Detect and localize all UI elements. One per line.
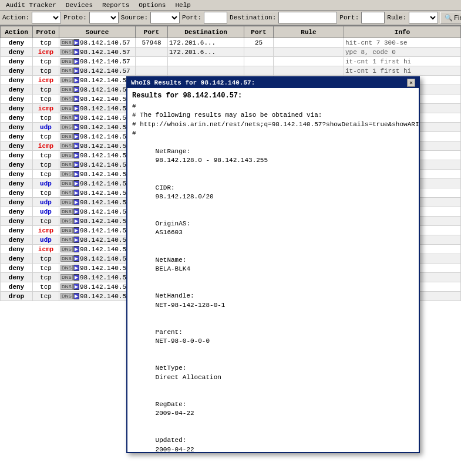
header-port2: Port — [244, 26, 274, 38]
cell-proto: udp — [33, 198, 59, 207]
cell-action: deny — [1, 207, 33, 217]
cell-proto: tcp — [33, 151, 59, 160]
menu-help[interactable]: Help — [170, 1, 195, 9]
flag-icon: ▶ — [73, 180, 79, 187]
cell-info: it-cnt 1 first hi — [344, 66, 461, 76]
proto-select[interactable] — [89, 12, 119, 23]
cell-destination: 172.201.6... — [168, 38, 244, 48]
whois-regdate-val: 2009-04-22 — [156, 410, 194, 417]
cell-rule — [274, 57, 344, 66]
flag-icon: ▶ — [73, 96, 79, 102]
cell-action: drop — [1, 292, 33, 301]
cell-source: DNS ▶ 98.142.140.57 — [59, 132, 136, 141]
cell-proto: udp — [33, 179, 59, 188]
dns-icon: DNS — [60, 161, 73, 168]
cell-action: deny — [1, 104, 33, 113]
cell-proto: tcp — [33, 57, 59, 66]
flag-icon: ▶ — [73, 265, 79, 271]
cell-action: deny — [1, 235, 33, 245]
cell-proto: tcp — [33, 273, 59, 282]
cell-rule — [274, 38, 344, 48]
flag-icon: ▶ — [73, 237, 79, 243]
find-button[interactable]: 🔍 Find — [440, 12, 461, 23]
proto-label: Proto: — [63, 14, 87, 21]
cell-source: DNS ▶ 98.142.140.57 — [59, 94, 136, 104]
cell-source: DNS ▶ 98.142.140.57 — [59, 273, 136, 282]
port2-label: Port: — [339, 14, 359, 21]
cell-info: hit-cnt 7 300-se — [344, 38, 461, 48]
table-row[interactable]: deny tcp DNS ▶ 98.142.140.57 it-cnt 1 fi… — [1, 66, 461, 76]
cell-source: DNS ▶ 98.142.140.57 — [59, 254, 136, 264]
cell-proto: tcp — [33, 38, 59, 48]
whois-netrange-val: 98.142.128.0 - 98.142.143.255 — [156, 157, 268, 164]
cell-proto: tcp — [33, 170, 59, 179]
table-row[interactable]: deny icmp DNS ▶ 98.142.140.57 172.201.6.… — [1, 48, 461, 57]
dns-icon: DNS — [60, 283, 73, 290]
whois-close-button[interactable]: ✕ — [407, 79, 415, 87]
table-row[interactable]: deny tcp DNS ▶ 98.142.140.57 57948 172.2… — [1, 38, 461, 48]
rule-select[interactable] — [409, 12, 438, 23]
cell-proto: tcp — [33, 292, 59, 301]
dns-icon: DNS — [60, 237, 73, 243]
dns-icon: DNS — [60, 246, 73, 252]
cell-proto: tcp — [33, 217, 59, 226]
cell-info: it-cnt 1 first hi — [344, 57, 461, 66]
whois-updated: Updated: 2009-04-22 — [132, 427, 414, 452]
cell-action: deny — [1, 85, 33, 94]
cell-source: DNS ▶ 98.142.140.57 — [59, 170, 136, 179]
menu-options[interactable]: Options — [134, 1, 170, 9]
header-port: Port — [136, 26, 168, 38]
flag-icon: ▶ — [73, 208, 79, 215]
flag-icon: ▶ — [73, 58, 79, 65]
cell-source: DNS ▶ 98.142.140.57 — [59, 198, 136, 207]
cell-source: DNS ▶ 98.142.140.57 — [59, 141, 136, 151]
port2-input[interactable] — [361, 12, 385, 23]
header-proto: Proto — [33, 26, 59, 38]
menu-audit-tracker[interactable]: Audit Tracker — [1, 1, 61, 9]
cell-proto: icmp — [33, 141, 59, 151]
flag-icon: ▶ — [73, 227, 79, 234]
cell-destination — [168, 66, 244, 76]
flag-icon: ▶ — [73, 39, 79, 46]
cell-port — [136, 48, 168, 57]
flag-icon: ▶ — [73, 105, 79, 112]
table-row[interactable]: deny tcp DNS ▶ 98.142.140.57 it-cnt 1 fi… — [1, 57, 461, 66]
whois-nettype-val: Direct Allocation — [156, 374, 221, 381]
port-label: Port: — [182, 14, 201, 21]
cell-proto: tcp — [33, 188, 59, 198]
source-select[interactable] — [150, 12, 180, 23]
menu-reports[interactable]: Reports — [97, 1, 134, 9]
cell-action: deny — [1, 38, 33, 48]
flag-icon: ▶ — [73, 255, 79, 262]
destination-input[interactable] — [278, 12, 337, 23]
flag-icon: ▶ — [73, 274, 79, 281]
menu-devices[interactable]: Devices — [61, 1, 97, 9]
whois-netname: NetName: BELA-BLK4 — [132, 247, 414, 283]
cell-source: DNS ▶ 98.142.140.57 — [59, 217, 136, 226]
cell-proto: tcp — [33, 66, 59, 76]
whois-nettype: NetType: Direct Allocation — [132, 355, 414, 391]
cell-action: deny — [1, 226, 33, 235]
dns-icon: DNS — [60, 190, 73, 196]
cell-action: deny — [1, 160, 33, 170]
whois-content[interactable]: Results for 98.142.140.57: # # The follo… — [127, 88, 419, 452]
cell-action: deny — [1, 123, 33, 132]
whois-originas-val: AS16603 — [156, 229, 183, 236]
header-source: Source — [59, 26, 136, 38]
header-rule: Rule — [274, 26, 344, 38]
port-input[interactable] — [204, 12, 227, 23]
action-select[interactable] — [32, 12, 61, 23]
flag-icon: ▶ — [73, 77, 79, 83]
flag-icon: ▶ — [73, 124, 79, 130]
rule-label: Rule: — [387, 14, 406, 21]
dns-icon: DNS — [60, 218, 73, 224]
whois-comment2: # The following results may also be obta… — [132, 111, 414, 120]
whois-title: WhoIS Results for 98.142.140.57: — [131, 79, 255, 86]
cell-source: DNS ▶ 98.142.140.57 — [59, 85, 136, 94]
cell-port — [136, 66, 168, 76]
cell-port — [136, 57, 168, 66]
cell-action: deny — [1, 132, 33, 141]
whois-netrange-label: NetRange: — [156, 147, 250, 156]
cell-action: deny — [1, 273, 33, 282]
whois-parent-label: Parent: — [156, 328, 250, 337]
